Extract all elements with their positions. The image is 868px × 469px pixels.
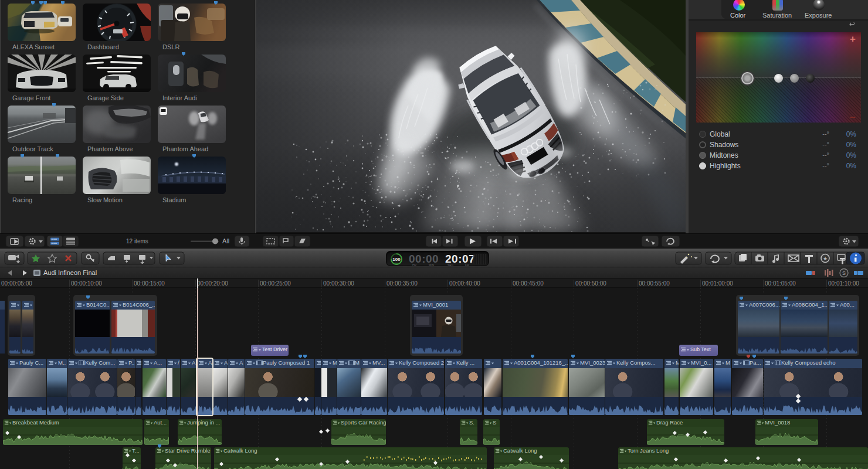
svg-text:S: S <box>842 270 846 276</box>
svg-text:%: % <box>395 262 398 266</box>
svg-text:100: 100 <box>392 257 401 262</box>
svg-text:12 items: 12 items <box>126 238 148 244</box>
svg-text:All: All <box>222 237 229 244</box>
svg-text:★: ★ <box>823 256 828 261</box>
